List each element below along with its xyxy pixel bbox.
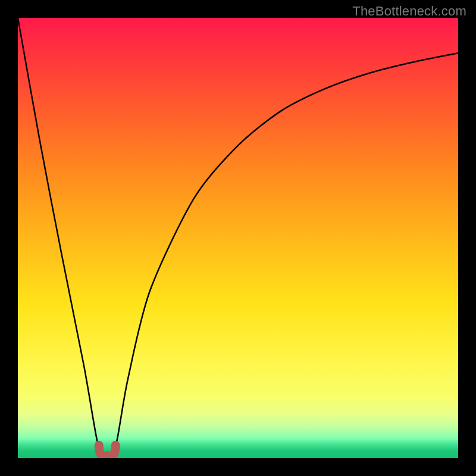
plot-area	[18, 18, 458, 458]
attribution-text: TheBottleneck.com	[352, 4, 466, 19]
bottleneck-curve-notch	[99, 445, 115, 456]
chart-frame: TheBottleneck.com	[0, 0, 476, 476]
bottleneck-curve-main	[18, 18, 458, 458]
curve-svg	[18, 18, 458, 458]
